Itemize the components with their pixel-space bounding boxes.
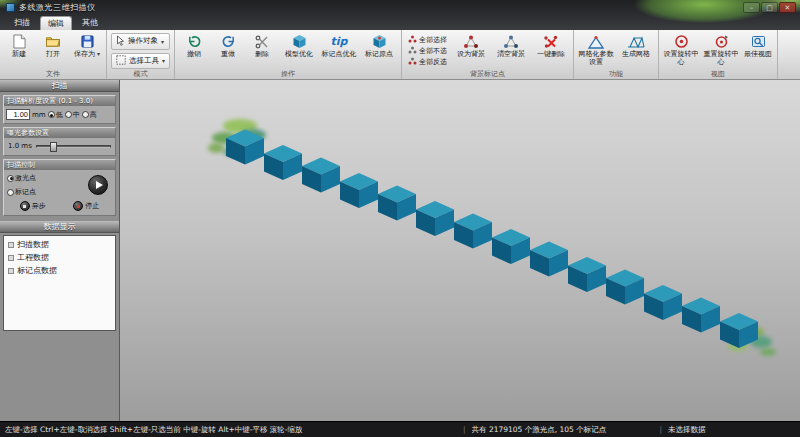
dots-gray-icon xyxy=(408,46,417,56)
select-tool-label: 选择工具 xyxy=(129,56,159,66)
tab-edit[interactable]: 编辑 xyxy=(40,16,72,30)
exposure-slider[interactable] xyxy=(36,145,111,148)
scissors-icon xyxy=(255,33,269,50)
marker-optimize-button[interactable]: tip 标记点优化 xyxy=(319,32,359,69)
scan-model[interactable] xyxy=(120,80,800,421)
open-folder-icon xyxy=(45,33,61,50)
network-dots-clear-icon xyxy=(503,33,519,50)
tree-node-icon xyxy=(8,255,14,261)
ribbon-button-label: 保存为 ▾ xyxy=(73,50,101,58)
tree-item-marker-data[interactable]: 标记点数据 xyxy=(8,264,113,277)
select-none-label: 全部不选 xyxy=(419,46,447,56)
origin-cube-icon xyxy=(372,33,387,50)
viewport-3d[interactable] xyxy=(120,80,800,421)
ribbon-button-label: 最佳视图 xyxy=(743,50,773,58)
redo-button[interactable]: 重做 xyxy=(211,32,245,69)
exposure-row: 1.0 ms xyxy=(4,138,115,155)
marker-origin-button[interactable]: 标记原点 xyxy=(359,32,399,69)
rotation-center-icon xyxy=(674,33,689,50)
exposure-group-title: 曝光参数设置 xyxy=(4,128,115,138)
app-icon xyxy=(6,3,15,12)
ribbon-button-label: 新建 xyxy=(11,50,27,58)
ribbon-button-label: 打开 xyxy=(45,50,61,58)
ribbon-group-view: 设置旋转中心 重置旋转中心 最佳视图 视图 xyxy=(659,30,778,79)
async-icon xyxy=(20,201,30,211)
play-icon xyxy=(96,181,103,189)
reset-rotation-center-button[interactable]: 重置旋转中心 xyxy=(701,32,741,69)
tree-item-scan-data[interactable]: 扫描数据 xyxy=(8,238,113,251)
ribbon: 新建 打开 保存为 ▾ 文件 xyxy=(0,30,800,80)
ribbon-group-background-markers: 全部选择 全部不选 全部反选 xyxy=(402,30,574,79)
slider-thumb[interactable] xyxy=(50,142,57,152)
invert-selection-button[interactable]: 全部反选 xyxy=(406,57,449,67)
stop-button[interactable]: 停止 xyxy=(73,201,99,211)
exposure-group: 曝光参数设置 1.0 ms xyxy=(3,127,116,156)
new-button[interactable]: 新建 xyxy=(2,32,36,69)
ribbon-group-operation: 撤销 重做 删除 模型 xyxy=(175,30,402,79)
main-area: 扫描 扫描解析度设置 (0.1 - 3.0) mm 低 中 xyxy=(0,80,800,421)
async-button[interactable]: 异步 xyxy=(20,201,46,211)
save-as-label: 保存为 xyxy=(74,50,95,58)
ribbon-button-label: 撤销 xyxy=(186,50,202,58)
operate-object-label: 操作对象 xyxy=(128,36,158,46)
scan-control-row2: 异步 停止 xyxy=(4,198,115,215)
tab-other[interactable]: 其他 xyxy=(74,16,106,30)
tree-item-label: 扫描数据 xyxy=(17,239,49,250)
tab-scan[interactable]: 扫描 xyxy=(6,16,38,30)
ribbon-group-label: 文件 xyxy=(2,69,104,79)
marker-point-radio[interactable]: 标记点 xyxy=(7,187,88,197)
cursor-icon xyxy=(116,35,125,48)
tree-item-project-data[interactable]: 工程数据 xyxy=(8,251,113,264)
ribbon-button-label: 网格化参数设置 xyxy=(576,50,616,66)
title-bar: 多线激光三维扫描仪 – ▢ ✕ 扫描 编辑 其他 xyxy=(0,0,800,30)
scan-mode-radios: 激光点 标记点 xyxy=(7,173,88,197)
clear-background-button[interactable]: 清空背景 xyxy=(491,32,531,69)
resolution-radio-mid[interactable]: 中 xyxy=(65,110,80,120)
async-glyph xyxy=(23,205,26,208)
ribbon-group-label: 背景标记点 xyxy=(404,69,571,79)
best-view-button[interactable]: 最佳视图 xyxy=(741,32,775,69)
status-point-counts: 共有 2179105 个激光点, 105 个标记点 xyxy=(472,425,654,435)
undo-button[interactable]: 撤销 xyxy=(177,32,211,69)
radio-dot-icon xyxy=(7,175,14,182)
maximize-button[interactable]: ▢ xyxy=(761,2,778,13)
tree-node-icon xyxy=(8,268,14,274)
invert-selection-label: 全部反选 xyxy=(419,57,447,67)
resolution-input[interactable] xyxy=(6,109,30,120)
title-row: 多线激光三维扫描仪 – ▢ ✕ xyxy=(0,0,800,15)
close-button[interactable]: ✕ xyxy=(779,2,796,13)
application-window: 多线激光三维扫描仪 – ▢ ✕ 扫描 编辑 其他 新建 xyxy=(0,0,800,437)
new-file-icon xyxy=(13,33,26,50)
ribbon-group-view-items: 设置旋转中心 重置旋转中心 最佳视图 xyxy=(661,32,775,69)
select-none-button[interactable]: 全部不选 xyxy=(406,46,449,56)
radio-dot-icon xyxy=(7,189,14,196)
open-button[interactable]: 打开 xyxy=(36,32,70,69)
ribbon-button-label: 设为背景 xyxy=(456,50,486,58)
start-scan-button[interactable] xyxy=(88,175,108,195)
data-tree[interactable]: 扫描数据 工程数据 标记点数据 xyxy=(3,235,116,331)
model-optimize-button[interactable]: 模型优化 xyxy=(279,32,319,69)
select-tool-button[interactable]: 选择工具 ▾ xyxy=(111,53,170,69)
resolution-radio-low[interactable]: 低 xyxy=(48,110,63,120)
laser-point-radio[interactable]: 激光点 xyxy=(7,173,88,183)
minimize-button[interactable]: – xyxy=(743,2,760,13)
mesh-params-button[interactable]: 网格化参数设置 xyxy=(576,32,616,69)
generate-mesh-button[interactable]: 生成网格 xyxy=(616,32,656,69)
radio-dot-icon xyxy=(82,111,89,118)
operate-object-button[interactable]: 操作对象 ▾ xyxy=(111,33,170,50)
set-rotation-center-button[interactable]: 设置旋转中心 xyxy=(661,32,701,69)
select-all-button[interactable]: 全部选择 xyxy=(406,35,449,45)
delete-button[interactable]: 删除 xyxy=(245,32,279,69)
mode-buttons: 操作对象 ▾ 选择工具 ▾ xyxy=(109,32,172,69)
ribbon-group-mode: 操作对象 ▾ 选择工具 ▾ 模式 xyxy=(107,30,175,79)
marker-point-label: 标记点 xyxy=(15,187,36,197)
resolution-group-title: 扫描解析度设置 (0.1 - 3.0) xyxy=(4,96,115,106)
resolution-radio-high[interactable]: 高 xyxy=(82,110,97,120)
ribbon-group-label: 功能 xyxy=(576,69,656,79)
one-key-delete-button[interactable]: 一键删除 xyxy=(531,32,571,69)
save-as-button[interactable]: 保存为 ▾ xyxy=(70,32,104,69)
ribbon-button-label: 标记点优化 xyxy=(321,50,358,58)
stop-icon xyxy=(73,201,83,211)
select-all-label: 全部选择 xyxy=(419,35,447,45)
set-background-button[interactable]: 设为背景 xyxy=(451,32,491,69)
